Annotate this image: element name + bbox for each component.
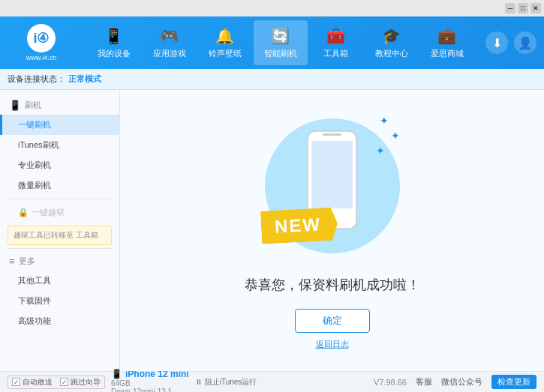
sidebar-flash-header[interactable]: 📱 刷机 — [0, 96, 119, 115]
sidebar-item-advanced[interactable]: 高级功能 — [0, 311, 119, 331]
sidebar-item-pro-flash[interactable]: 专业刷机 — [0, 155, 119, 175]
status-value: 正常模式 — [68, 73, 101, 85]
logo-area: i④ www.i4.cn — [8, 24, 75, 61]
more-section-label: 更多 — [19, 256, 35, 267]
sidebar-item-itunes-flash[interactable]: iTunes刷机 — [0, 135, 119, 155]
stop-icon: ⏸ — [195, 378, 203, 386]
sidebar-warning: 越狱工具已转移至 工具箱 — [8, 226, 112, 245]
nav-fan-store[interactable]: 💼 爱思商城 — [420, 20, 474, 65]
header-nav: i④ www.i4.cn 📱 我的设备 🎮 应用游戏 🔔 铃声壁纸 🔄 智能刷机… — [0, 16, 544, 69]
warning-text: 越狱工具已转移至 工具箱 — [14, 231, 98, 239]
device-storage: 64GB — [111, 379, 189, 388]
toolbox-icon: 🧰 — [326, 27, 345, 45]
illustration: ✦ ✦ ✦ NEW ✦ ✦ — [257, 111, 407, 261]
auto-start-label: 自动敢送 — [23, 377, 53, 388]
itunes-flash-label: iTunes刷机 — [18, 140, 59, 149]
minimize-button[interactable]: ─ — [505, 3, 515, 13]
sidebar-more-header[interactable]: ≡ 更多 — [0, 252, 119, 271]
sidebar-section-flash: 📱 刷机 一键刷机 iTunes刷机 专业刷机 微量刷机 — [0, 96, 119, 196]
bottom-right: V7.98.66 客服 微信公众号 检查更新 — [374, 375, 536, 389]
maximize-button[interactable]: □ — [518, 3, 528, 13]
sidebar-divider-1 — [8, 199, 112, 199]
device-info: 📱 iPhone 12 mini 64GB Down-12mini-13,1 — [111, 369, 189, 393]
nav-fan-store-label: 爱思商城 — [431, 48, 464, 59]
nav-items: 📱 我的设备 🎮 应用游戏 🔔 铃声壁纸 🔄 智能刷机 🧰 工具箱 🎓 教程中心… — [75, 20, 485, 65]
sidebar-item-micro-flash[interactable]: 微量刷机 — [0, 175, 119, 196]
sidebar-divider-2 — [8, 248, 112, 249]
device-firmware: Down-12mini-13,1 — [111, 388, 189, 393]
sparkle-1: ✦ — [380, 115, 389, 127]
micro-flash-label: 微量刷机 — [18, 181, 51, 190]
download-firmware-label: 下载固件 — [18, 296, 51, 305]
logo-icon: i④ — [27, 24, 56, 52]
pro-flash-label: 专业刷机 — [18, 160, 51, 169]
bottom-left: 自动敢送 跳过向导 📱 iPhone 12 mini 64GB Down-12m… — [8, 369, 368, 393]
close-button[interactable]: ✕ — [530, 3, 541, 13]
status-label: 设备连接状态： — [8, 73, 65, 85]
version-text: V7.98.66 — [374, 378, 407, 387]
nav-ringtones[interactable]: 🔔 铃声壁纸 — [198, 20, 252, 65]
sidebar: 📱 刷机 一键刷机 iTunes刷机 专业刷机 微量刷机 🔒 一键越狱 — [0, 90, 120, 371]
confirm-button[interactable]: 确定 — [295, 309, 370, 333]
nav-ringtones-label: 铃声壁纸 — [209, 48, 242, 59]
nav-my-device-label: 我的设备 — [98, 48, 131, 59]
new-ribbon: NEW ✦ ✦ — [261, 209, 338, 242]
stop-itunes-label: 阻止iTunes运行 — [205, 377, 257, 388]
my-device-icon: 📱 — [104, 27, 123, 45]
main-area: 📱 刷机 一键刷机 iTunes刷机 专业刷机 微量刷机 🔒 一键越狱 — [0, 90, 544, 371]
auto-start-checkbox[interactable] — [12, 378, 20, 386]
sidebar-item-one-key-flash[interactable]: 一键刷机 — [0, 115, 119, 135]
smart-flash-icon: 🔄 — [271, 27, 290, 45]
bottom-bar: 自动敢送 跳过向导 📱 iPhone 12 mini 64GB Down-12m… — [0, 371, 544, 392]
apps-games-icon: 🎮 — [160, 27, 179, 45]
user-button[interactable]: 👤 — [514, 31, 536, 54]
skip-wizard-item[interactable]: 跳过向导 — [60, 377, 101, 388]
lock-icon: 🔒 — [18, 208, 29, 217]
fan-store-icon: 💼 — [437, 27, 456, 45]
skip-wizard-label: 跳过向导 — [71, 377, 101, 388]
nav-my-device[interactable]: 📱 我的设备 — [87, 20, 141, 65]
flash-section-icon: 📱 — [9, 100, 21, 111]
logo-url: www.i4.cn — [26, 54, 57, 61]
sub-header: 设备连接状态： 正常模式 — [0, 69, 544, 90]
tutorials-icon: 🎓 — [382, 27, 401, 45]
logo-text: i④ — [33, 30, 49, 46]
nav-tutorials[interactable]: 🎓 教程中心 — [365, 20, 419, 65]
nav-toolbox-label: 工具箱 — [323, 48, 348, 59]
nav-tutorials-label: 教程中心 — [375, 48, 408, 59]
stop-itunes[interactable]: ⏸ 阻止iTunes运行 — [195, 377, 257, 388]
svg-rect-3 — [323, 133, 341, 136]
check-update-button[interactable]: 检查更新 — [491, 375, 536, 389]
customer-service-link[interactable]: 客服 — [416, 376, 432, 388]
wechat-public-link[interactable]: 微信公众号 — [441, 376, 482, 388]
sidebar-item-download-firmware[interactable]: 下载固件 — [0, 291, 119, 311]
nav-smart-flash[interactable]: 🔄 智能刷机 — [254, 20, 308, 65]
sparkle-2: ✦ — [391, 130, 400, 142]
sidebar-section-more: ≡ 更多 其他工具 下载固件 高级功能 — [0, 252, 119, 331]
ringtones-icon: 🔔 — [215, 27, 234, 45]
sidebar-item-other-tools[interactable]: 其他工具 — [0, 271, 119, 291]
svg-rect-1 — [311, 141, 353, 208]
nav-right: ⬇ 👤 — [485, 31, 536, 54]
other-tools-label: 其他工具 — [18, 276, 51, 285]
auto-start-item[interactable]: 自动敢送 — [12, 377, 53, 388]
jailbreak-label: 一键越狱 — [32, 207, 65, 218]
checkbox-group: 自动敢送 跳过向导 — [8, 376, 105, 389]
sidebar-jailbreak-header: 🔒 一键越狱 — [0, 202, 119, 223]
skip-wizard-checkbox[interactable] — [60, 378, 68, 386]
one-key-flash-label: 一键刷机 — [18, 120, 51, 129]
download-button[interactable]: ⬇ — [485, 31, 508, 54]
flash-section-label: 刷机 — [25, 100, 41, 111]
sidebar-section-jailbreak: 🔒 一键越狱 越狱工具已转移至 工具箱 — [0, 202, 119, 245]
title-bar: ─ □ ✕ — [0, 0, 544, 16]
success-message: 恭喜您，保资料刷机成功啦！ — [245, 276, 420, 294]
content-area: ✦ ✦ ✦ NEW ✦ ✦ 恭喜您，保资料刷机成功啦！ 确定 — [120, 90, 544, 371]
back-button[interactable]: 返回日志 — [316, 339, 349, 350]
sparkle-3: ✦ — [376, 145, 385, 157]
nav-toolbox[interactable]: 🧰 工具箱 — [309, 20, 363, 65]
nav-apps-games[interactable]: 🎮 应用游戏 — [143, 20, 197, 65]
more-section-icon: ≡ — [9, 256, 15, 267]
nav-apps-games-label: 应用游戏 — [153, 48, 186, 59]
nav-smart-flash-label: 智能刷机 — [264, 48, 297, 59]
advanced-label: 高级功能 — [18, 316, 51, 325]
